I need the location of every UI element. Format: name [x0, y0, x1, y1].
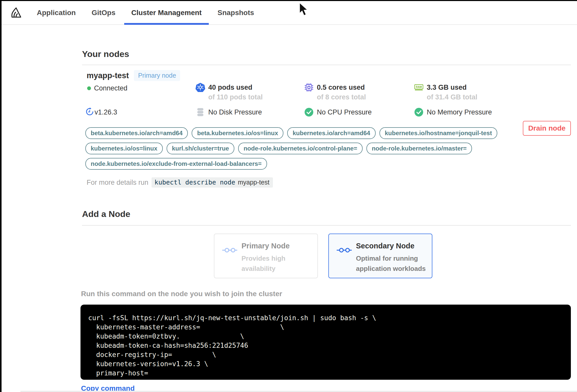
drain-node-button[interactable]: Drain node: [523, 121, 571, 136]
memory-used: 3.3 GB used: [427, 83, 477, 92]
screen-edge: [0, 0, 577, 1]
tab-gitops[interactable]: GitOps: [91, 1, 115, 24]
terminal-line: curl -fsSL https://kurl.sh/jq-new-test-u…: [88, 313, 563, 322]
primary-node-option-card[interactable]: Primary Node Provides high availability: [214, 234, 318, 278]
node-label-pill: node.kubernetes.io/exclude-from-external…: [85, 158, 267, 170]
pods-total: of 110 pods total: [208, 93, 263, 101]
check-circle-icon: [414, 107, 424, 117]
node-label-pill: kubernetes.io/os=linux: [85, 143, 163, 154]
top-nav: Application GitOps Cluster Management Sn…: [2, 1, 577, 25]
disk-icon: [195, 107, 205, 117]
node-label-pill: beta.kubernetes.io/os=linux: [192, 127, 283, 139]
ram-icon: RAM: [414, 83, 424, 92]
node-label-pill: node-role.kubernetes.io/master=: [366, 143, 472, 154]
node-label-pill: kubernetes.io/hostname=jonquil-test: [379, 127, 497, 139]
kubectl-command: kubectl describe node: [155, 179, 235, 186]
stat-memory: RAM 3.3 GB used of 31.4 GB total: [414, 83, 477, 101]
terminal-line: kubeadm-token-ca-hash=sha256:221d25746: [88, 341, 563, 350]
condition-disk: No Disk Pressure: [195, 107, 262, 117]
node-label-pill: node-role.kubernetes.io/control-plane=: [238, 143, 363, 154]
terminal-line: kubernetes-version=v1.26.3 \: [88, 359, 563, 368]
version-update-icon: [85, 107, 94, 116]
kubectl-command-arg: myapp-test: [238, 179, 270, 186]
node-labels: beta.kubernetes.io/arch=amd64beta.kubern…: [85, 127, 520, 170]
node-status: Connected: [87, 83, 128, 93]
secondary-node-option-card[interactable]: Secondary Node Optimal for running appli…: [328, 234, 432, 278]
terminal-line: kubernetes-master-address= \: [88, 322, 563, 332]
memory-pressure-label: No Memory Pressure: [427, 107, 492, 117]
cpu-chip-icon: [304, 83, 314, 92]
node-label-pill: beta.kubernetes.io/arch=amd64: [85, 127, 188, 139]
pods-used: 40 pods used: [208, 83, 263, 92]
node-label-pill: kurl.sh/cluster=true: [167, 143, 234, 154]
primary-node-option-desc: availability: [241, 263, 290, 274]
kubectl-command-chip: kubectl describe node myapp-test: [152, 177, 273, 188]
secondary-node-option-desc: application workloads: [356, 263, 426, 274]
cores-total: of 8 cores total: [317, 93, 366, 101]
screen-edge: [20, 391, 577, 392]
stat-pods: 40 pods used of 110 pods total: [195, 83, 263, 101]
primary-node-badge: Primary node: [134, 70, 180, 81]
kubernetes-icon: [195, 83, 205, 92]
stat-cores: 0.5 cores used of 8 cores total: [304, 83, 366, 101]
mouse-cursor-icon: [298, 2, 308, 18]
your-nodes-title: Your nodes: [82, 49, 129, 59]
node-label-pill: kubernetes.io/arch=amd64: [287, 127, 375, 139]
cpu-pressure-label: No CPU Pressure: [317, 107, 372, 117]
terminal-line: kubeadm-token=0ztbvy. \: [88, 332, 563, 341]
details-hint: For more details run kubectl describe no…: [87, 177, 273, 188]
divider: [82, 225, 571, 226]
tab-cluster-management[interactable]: Cluster Management: [131, 1, 202, 24]
node-name: myapp-test: [87, 71, 129, 80]
check-circle-icon: [304, 107, 314, 117]
add-node-title: Add a Node: [82, 209, 130, 219]
version-label: v1.26.3: [95, 107, 117, 117]
node-version: v1.26.3: [85, 107, 117, 117]
tab-application[interactable]: Application: [37, 1, 76, 24]
join-command-terminal: curl -fsSL https://kurl.sh/jq-new-test-u…: [80, 305, 571, 380]
details-prefix: For more details run: [87, 179, 148, 187]
primary-node-option-title: Primary Node: [241, 242, 290, 250]
condition-memory: No Memory Pressure: [414, 107, 492, 117]
replicated-logo-icon: [9, 6, 22, 19]
join-instruction: Run this command on the node you wish to…: [81, 290, 282, 298]
node-header: myapp-test Primary node: [87, 70, 180, 81]
terminal-line: primary-host=: [88, 368, 563, 378]
condition-cpu: No CPU Pressure: [304, 107, 372, 117]
divider: [82, 65, 571, 65]
memory-total: of 31.4 GB total: [427, 93, 477, 101]
secondary-node-option-title: Secondary Node: [356, 242, 426, 250]
cores-used: 0.5 cores used: [317, 83, 366, 92]
node-link-icon: [222, 246, 238, 278]
node-status-label: Connected: [94, 83, 128, 93]
screen-edge: [0, 0, 2, 392]
tab-snapshots[interactable]: Snapshots: [217, 1, 254, 24]
svg-text:RAM: RAM: [416, 86, 422, 88]
nav-tabs: Application GitOps Cluster Management Sn…: [37, 1, 254, 24]
terminal-line: docker-registry-ip= \: [88, 350, 563, 359]
disk-pressure-label: No Disk Pressure: [208, 107, 262, 117]
connected-dot-icon: [87, 86, 91, 90]
primary-node-option-desc: Provides high: [241, 253, 290, 263]
secondary-node-option-desc: Optimal for running: [356, 253, 426, 263]
node-link-icon: [337, 246, 352, 278]
admin-console-screen: { "nav": { "tabs": ["Application", "GitO…: [0, 0, 577, 392]
